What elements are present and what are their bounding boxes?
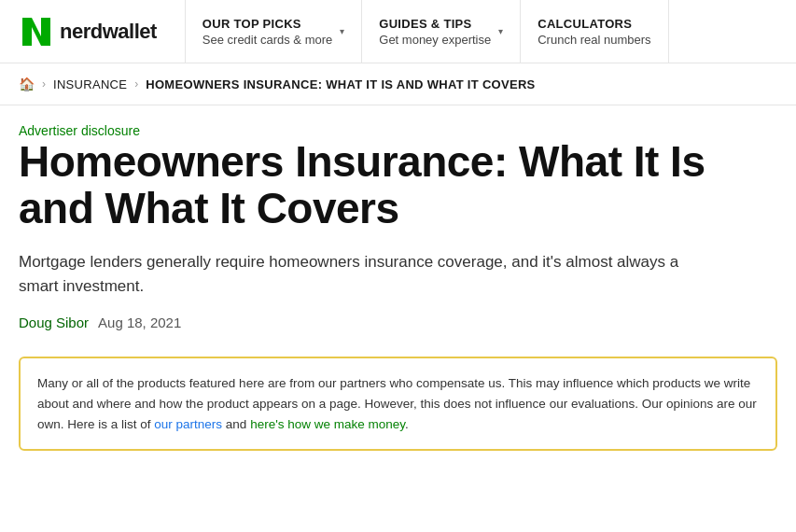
nav-items: OUR TOP PICKS See credit cards & more ▾ … bbox=[185, 0, 669, 63]
main-content: Advertiser disclosure Homeowners Insuran… bbox=[0, 105, 796, 473]
breadcrumb-insurance[interactable]: INSURANCE bbox=[53, 77, 127, 91]
advertiser-disclosure-link[interactable]: Advertiser disclosure bbox=[19, 123, 140, 138]
article-date: Aug 18, 2021 bbox=[98, 315, 181, 330]
page-title: Homeowners Insurance: What It Is and Wha… bbox=[19, 139, 747, 231]
breadcrumb-sep-2: › bbox=[134, 77, 138, 91]
nav-calculators-sub: Crunch real numbers bbox=[538, 33, 650, 47]
nav-top-picks-title: OUR TOP PICKS bbox=[202, 17, 332, 31]
nav-item-calculators[interactable]: CALCULATORS Crunch real numbers bbox=[521, 0, 668, 63]
author-name-link[interactable]: Doug Sibor bbox=[19, 315, 89, 330]
how-we-make-money-link[interactable]: here's how we make money bbox=[250, 417, 405, 431]
nav-item-guides-tips[interactable]: GUIDES & TIPS Get money expertise ▾ bbox=[362, 0, 521, 63]
breadcrumb: 🏠 › INSURANCE › HOMEOWNERS INSURANCE: WH… bbox=[0, 63, 796, 105]
page-subtitle: Mortgage lenders generally require homeo… bbox=[19, 250, 719, 298]
disclosure-box: Many or all of the products featured her… bbox=[19, 357, 777, 451]
home-icon[interactable]: 🏠 bbox=[19, 77, 35, 91]
author-line: Doug Sibor Aug 18, 2021 bbox=[19, 315, 777, 330]
nav-bar: nerdwallet OUR TOP PICKS See credit card… bbox=[0, 0, 796, 63]
disclosure-text-between: and bbox=[222, 417, 250, 431]
logo[interactable]: nerdwallet bbox=[19, 14, 157, 49]
nav-guides-tips-chevron-icon: ▾ bbox=[498, 26, 503, 36]
disclosure-text: Many or all of the products featured her… bbox=[37, 373, 759, 434]
breadcrumb-current-page: HOMEOWNERS INSURANCE: WHAT IT IS AND WHA… bbox=[146, 77, 535, 91]
nav-guides-tips-sub: Get money expertise bbox=[379, 33, 491, 47]
nav-calculators-title: CALCULATORS bbox=[538, 17, 650, 31]
logo-text: nerdwallet bbox=[60, 20, 157, 44]
nav-guides-tips-title: GUIDES & TIPS bbox=[379, 17, 491, 31]
our-partners-link[interactable]: our partners bbox=[154, 417, 222, 431]
nav-top-picks-sub: See credit cards & more bbox=[202, 33, 332, 47]
nav-top-picks-chevron-icon: ▾ bbox=[340, 26, 344, 36]
disclosure-text-after: . bbox=[405, 417, 409, 431]
nav-item-top-picks[interactable]: OUR TOP PICKS See credit cards & more ▾ bbox=[185, 0, 362, 63]
breadcrumb-sep-1: › bbox=[42, 77, 46, 91]
